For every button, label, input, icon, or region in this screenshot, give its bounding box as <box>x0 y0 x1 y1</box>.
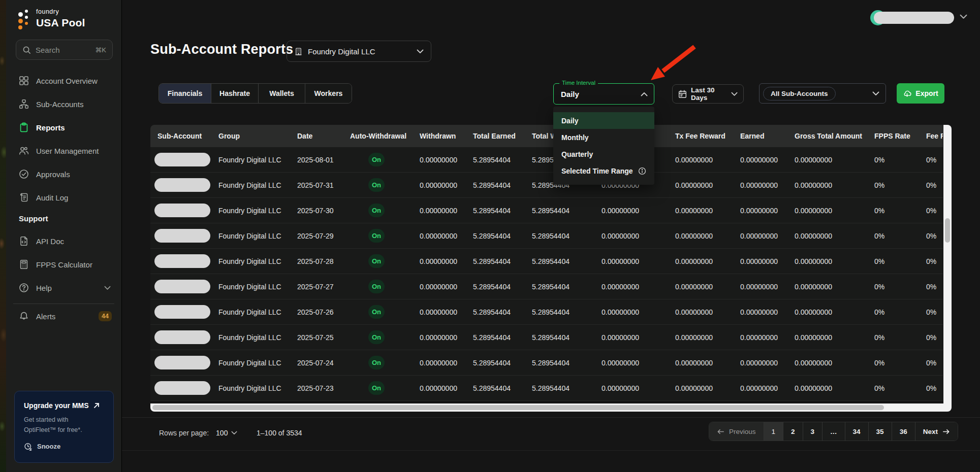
previous-page-button[interactable]: Previous <box>709 422 764 441</box>
cell-auto-withdrawal: On <box>343 147 413 172</box>
page-button-3[interactable]: 3 <box>803 422 823 441</box>
cell-fpps-rate: 0% <box>867 299 919 324</box>
page-button-1[interactable]: 1 <box>764 422 784 441</box>
sidebar-item-fpps-calculator[interactable]: FPPS Calculator <box>6 253 122 276</box>
tab-workers[interactable]: Workers <box>305 84 352 103</box>
cell-fpps-rate: 0% <box>867 249 919 274</box>
foundry-logo-icon <box>17 8 32 30</box>
column-header-total-earned: Total Earned <box>466 125 525 147</box>
arrow-left-icon <box>717 428 724 435</box>
cell-date: 2025-07-29 <box>290 223 343 248</box>
menu-option-quarterly[interactable]: Quarterly <box>553 146 654 162</box>
auto-withdrawal-status-badge: On <box>368 153 385 166</box>
report-tabs: FinancialsHashrateWalletsWorkers <box>159 83 352 104</box>
cell-group: Foundry Digital LLC <box>211 325 290 350</box>
sidebar-item-label: Audit Log <box>36 193 68 202</box>
org-selector-value: Foundry Digital LLC <box>308 47 375 56</box>
tab-financials[interactable]: Financials <box>159 84 211 103</box>
time-interval-menu: DailyMonthlyQuarterlySelected Time Range <box>553 107 654 185</box>
bell-icon <box>19 311 29 321</box>
subaccount-filter-chip[interactable]: All Sub-Accounts <box>763 87 836 100</box>
search-shortcut: ⌘K <box>95 46 106 54</box>
menu-option-selected-time-range[interactable]: Selected Time Range <box>553 162 654 179</box>
date-range-button[interactable]: Last 30 Days <box>672 84 744 104</box>
page-button-2[interactable]: 2 <box>783 422 803 441</box>
account-name-redacted-pill <box>874 12 954 24</box>
sidebar-item-reports[interactable]: Reports <box>6 116 122 139</box>
rows-per-page-select[interactable]: 100 <box>216 429 237 437</box>
cell-date: 2025-07-27 <box>290 274 343 299</box>
cell-sub-account <box>150 223 211 248</box>
time-interval-label: Time Interval <box>559 80 598 86</box>
page-button-36[interactable]: 36 <box>892 422 915 441</box>
cell-auto-withdrawal: On <box>343 198 413 223</box>
cell-gross-total-amount: 0.00000000 <box>787 249 867 274</box>
account-menu[interactable] <box>870 9 972 27</box>
search-input[interactable]: Search ⌘K <box>16 40 113 60</box>
table-row: Foundry Digital LLC2025-07-26On0.0000000… <box>150 299 943 325</box>
sidebar-item-alerts[interactable]: Alerts 44 <box>6 305 122 328</box>
chevron-down-icon[interactable] <box>960 14 967 19</box>
export-button[interactable]: Export <box>897 83 944 104</box>
column-header-earned: Earned <box>733 125 787 147</box>
column-header-fpps-rate: FPPS Rate <box>867 125 919 147</box>
auto-withdrawal-status-badge: On <box>368 381 385 395</box>
cell-tx-fee-reward: 0.00000000 <box>668 173 733 197</box>
sidebar-divider <box>13 304 114 304</box>
promo-upgrade-link[interactable]: Upgrade your MMS <box>24 401 104 410</box>
table-row: Foundry Digital LLC2025-07-25On0.0000000… <box>150 325 943 350</box>
cell-fpps-rate: 0% <box>867 147 919 172</box>
cell-withdrawn: 0.00000000 <box>413 173 466 197</box>
sidebar-item-label: User Management <box>36 147 99 155</box>
subaccount-filter-select[interactable]: All Sub-Accounts <box>759 83 886 104</box>
cell-total-earned: 5.28954404 <box>466 249 525 274</box>
sidebar-item-api-doc[interactable]: API Doc <box>6 229 122 253</box>
auto-withdrawal-status-badge: On <box>368 204 385 217</box>
sidebar-item-approvals[interactable]: Approvals <box>6 162 122 186</box>
sub-account-redacted-pill <box>154 178 210 192</box>
sidebar-item-sub-accounts[interactable]: Sub-Accounts <box>6 92 122 116</box>
sub-account-redacted-pill <box>154 305 210 319</box>
cell-total-withdrawn: 5.28954404 <box>525 223 594 248</box>
menu-option-daily[interactable]: Daily <box>553 112 654 129</box>
column-header-auto-withdrawal: Auto-Withdrawal <box>343 125 413 147</box>
cell-fpps-rate: 0% <box>867 173 919 197</box>
sidebar-item-user-management[interactable]: User Management <box>6 139 122 162</box>
cell-fee-rate: 0% <box>919 350 943 375</box>
horizontal-scrollbar-thumb[interactable] <box>152 405 884 410</box>
cell-sub-account <box>150 350 211 375</box>
page-button-35[interactable]: 35 <box>869 422 892 441</box>
column-header-fee-rate: Fee Rate <box>919 125 943 147</box>
sidebar-item-account-overview[interactable]: Account Overview <box>6 69 122 92</box>
next-page-button[interactable]: Next <box>915 422 958 441</box>
vertical-scrollbar[interactable] <box>943 125 952 412</box>
menu-option-monthly[interactable]: Monthly <box>553 129 654 146</box>
info-icon[interactable] <box>638 167 646 175</box>
org-selector[interactable]: Foundry Digital LLC <box>287 41 431 62</box>
sidebar-item-help[interactable]: Help <box>6 276 122 299</box>
cell-auto-withdrawal: On <box>343 274 413 299</box>
cell-withdrawn: 0.00000000 <box>413 198 466 223</box>
vertical-scrollbar-thumb[interactable] <box>945 218 950 243</box>
cell-group: Foundry Digital LLC <box>211 376 290 400</box>
cell-earned: 0.00000000 <box>733 325 787 350</box>
search-icon <box>22 46 31 54</box>
cell-date: 2025-07-30 <box>290 198 343 223</box>
time-interval-select[interactable]: Time Interval Daily <box>553 83 654 105</box>
sidebar: foundry USA Pool Search ⌘K Account Overv… <box>6 0 122 472</box>
cell-fee-rate: 0% <box>919 376 943 400</box>
pager: Previous123…343536Next <box>709 422 958 441</box>
cell-gross-total-amount: 0.00000000 <box>787 147 867 172</box>
cell-fee-rate: 0% <box>919 198 943 223</box>
auto-withdrawal-status-badge: On <box>368 330 385 344</box>
sidebar-item-audit-log[interactable]: Audit Log <box>6 186 122 209</box>
horizontal-scrollbar[interactable] <box>150 403 943 412</box>
reports-table: Sub-AccountGroupDateAuto-WithdrawalWithd… <box>150 125 952 412</box>
page-button-34[interactable]: 34 <box>845 422 869 441</box>
snooze-button[interactable]: Snooze <box>24 442 104 451</box>
tab-hashrate[interactable]: Hashrate <box>211 84 259 103</box>
cell-total-earned: 5.28954404 <box>466 325 525 350</box>
tab-wallets[interactable]: Wallets <box>259 84 305 103</box>
cell-earned: 0.00000000 <box>733 274 787 299</box>
cell-fpps-rate: 0% <box>867 274 919 299</box>
